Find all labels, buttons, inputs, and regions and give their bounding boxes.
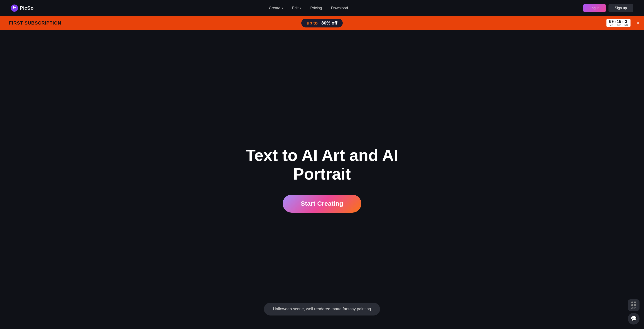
nav-download-label: Download — [331, 6, 348, 10]
timer-min-label: Min — [610, 24, 613, 26]
start-creating-button[interactable]: Start Creating — [283, 195, 361, 213]
timer-ms-block: 3 MS — [624, 20, 628, 27]
nav-item-download[interactable]: Download — [331, 6, 348, 10]
logo-icon — [11, 5, 18, 12]
prompt-bar[interactable]: Halloween scene, well rendered matte fan… — [264, 303, 380, 315]
app-widget-button[interactable]: APP — [628, 299, 640, 311]
chevron-down-icon: ▾ — [282, 7, 283, 10]
timer-minutes-block: 59 Min — [609, 20, 614, 27]
login-button[interactable]: Log in — [583, 4, 606, 12]
logo-text: PicSo — [20, 5, 34, 11]
promo-left-text: FIRST SUBSCRIPTION — [9, 21, 61, 26]
timer-sec-label: Sec — [617, 24, 621, 26]
nav-pricing-label: Pricing — [310, 6, 322, 10]
svg-rect-4 — [632, 304, 633, 306]
promo-value: 80% off — [321, 21, 337, 26]
timer-minutes: 59 — [609, 20, 614, 24]
svg-rect-5 — [634, 304, 636, 306]
nav-item-edit[interactable]: Edit ▾ — [292, 6, 301, 10]
nav-edit-label: Edit — [292, 6, 298, 10]
navbar-center: Create ▾ Edit ▾ Pricing Download — [269, 6, 348, 10]
timer-seconds-block: 15 Sec — [617, 20, 621, 27]
nav-item-create[interactable]: Create ▾ — [269, 6, 283, 10]
svg-rect-3 — [634, 301, 636, 303]
chat-icon: 💬 — [631, 316, 637, 321]
signup-button[interactable]: Sign up — [608, 4, 633, 12]
promo-center: up to 80% off — [301, 19, 343, 28]
timer-ms-label: MS — [624, 24, 628, 26]
app-icon — [631, 301, 636, 306]
promo-badge[interactable]: up to 80% off — [301, 19, 343, 28]
navbar: PicSo Create ▾ Edit ▾ Pricing Download L… — [0, 0, 644, 16]
prompt-text: Halloween scene, well rendered matte fan… — [273, 307, 371, 311]
promo-banner: FIRST SUBSCRIPTION up to 80% off 59 Min … — [0, 16, 644, 30]
promo-prefix: up to — [307, 21, 318, 26]
hero-section: Text to AI Art and AI Portrait Start Cre… — [0, 30, 644, 329]
nav-create-label: Create — [269, 6, 280, 10]
hero-title: Text to AI Art and AI Portrait — [221, 146, 423, 183]
promo-close-button[interactable]: × — [637, 21, 640, 26]
promo-timer: 59 Min : 15 Sec : 3 MS — [606, 19, 630, 28]
navbar-logo[interactable]: PicSo — [11, 5, 34, 12]
timer-ms: 3 — [625, 20, 627, 24]
timer-colon-2: : — [622, 20, 624, 24]
chevron-down-icon: ▾ — [300, 7, 301, 10]
chat-button[interactable]: 💬 — [628, 313, 640, 324]
timer-colon-1: : — [614, 20, 616, 24]
app-widget-label: APP — [632, 307, 636, 309]
svg-rect-2 — [632, 301, 633, 303]
nav-item-pricing[interactable]: Pricing — [310, 6, 322, 10]
navbar-right: Log in Sign up — [583, 4, 633, 12]
timer-seconds: 15 — [617, 20, 621, 24]
svg-point-1 — [14, 7, 16, 8]
